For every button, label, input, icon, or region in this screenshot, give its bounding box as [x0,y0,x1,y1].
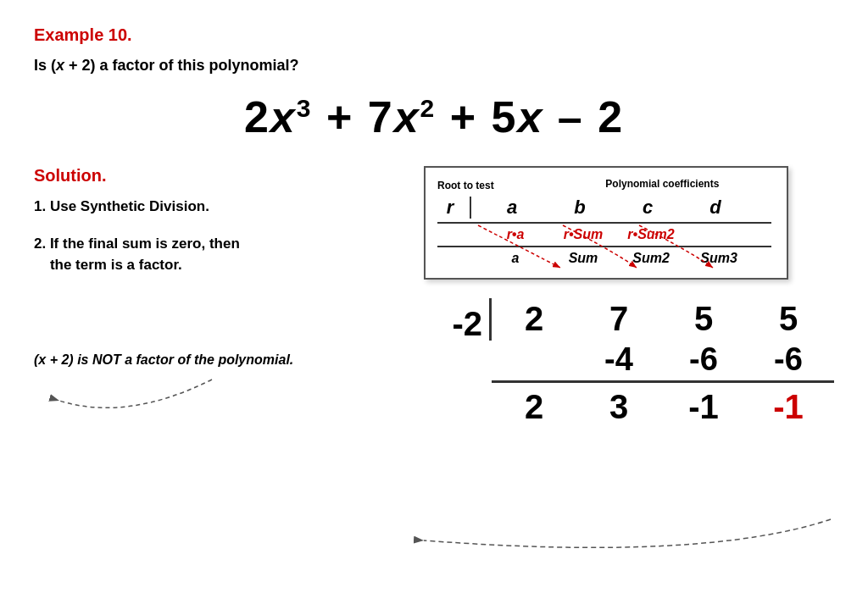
synth-r1-c2: 7 [576,298,661,339]
r-cell: r [437,197,471,219]
ra-cell: r•a [481,227,549,242]
step-2: 2. If the final sum is zero, then the te… [34,233,390,276]
synth-r2-c1 [492,339,576,380]
sum2-cell: Sum2 [617,251,685,266]
synth-row-1: 2 7 5 5 [492,298,834,339]
c-cell: c [614,197,682,219]
diagram-row1: r a b c d [437,197,771,219]
synth-root: -2 [424,298,492,341]
synth-r1-c4: 5 [746,298,831,339]
conclusion: (x + 2) is NOT a factor of the polynomia… [34,352,390,368]
synth-r1-c1: 2 [492,298,576,339]
page: Example 10. Is (x + 2) a factor of this … [0,0,868,593]
step-1: 1. Use Synthetic Division. [34,196,390,218]
diagram-header: Root to test Polynomial coefficients [437,178,771,191]
a-cell: a [478,197,546,219]
diagram-container: Root to test Polynomial coefficients r a… [424,166,834,427]
diagram-row3: a Sum Sum2 Sum3 [437,246,771,266]
synth-r1-c3: 5 [661,298,746,339]
diagram-box: Root to test Polynomial coefficients r a… [424,166,788,280]
synth-r3-c1: 2 [492,386,576,427]
rsum2-cell: r•Sum2 [617,227,685,242]
rsum-cell: r•Sum [549,227,617,242]
synth-r3-c4: -1 [746,386,831,427]
sum-cell: Sum [549,251,617,266]
result-arrow-svg [407,507,848,557]
poly-coefficients-label: Polynomial coefficients [554,178,771,190]
synth-row-3: 2 3 -1 -1 [492,380,834,427]
conclusion-arrow-svg [42,371,229,413]
synth-grid: 2 7 5 5 -4 -6 -6 2 3 [492,298,834,427]
root-to-test-label: Root to test [437,178,494,191]
synth-r2-c2: -4 [576,339,661,380]
solution-section: Solution. 1. Use Synthetic Division. 2. … [34,166,834,427]
synth-r3-c2: 3 [576,386,661,427]
example-title: Example 10. [34,25,834,45]
question: Is (x + 2) a factor of this polynomial? [34,57,834,75]
synth-r2-c4: -6 [746,339,831,380]
synth-row-2: -4 -6 -6 [492,339,834,380]
left-text: Solution. 1. Use Synthetic Division. 2. … [34,166,390,417]
synth-r2-c3: -6 [661,339,746,380]
synth-table: -2 2 7 5 5 -4 -6 -6 [424,298,834,427]
d-cell: d [682,197,749,219]
sum3-cell: Sum3 [685,251,753,266]
synth-r3-c3: -1 [661,386,746,427]
diagram-row2: r•a r•Sum r•Sum2 [437,222,771,242]
polynomial-display: 2x3 + 7x2 + 5x – 2 [34,91,834,142]
a-bottom-cell: a [481,251,549,266]
b-cell: b [546,197,614,219]
solution-label: Solution. [34,166,390,186]
